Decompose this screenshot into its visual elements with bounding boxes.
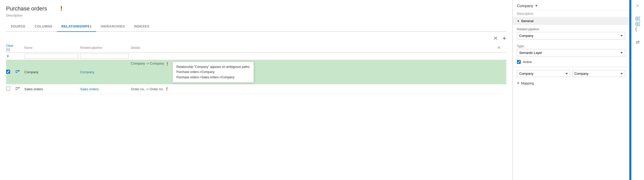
- right-panel-description: Description: [513, 10, 629, 17]
- relationship-icon: [15, 69, 21, 74]
- active-label: Active: [523, 60, 532, 64]
- type-select[interactable]: Semantic Layer: [517, 49, 625, 56]
- sidebar-chevron-icon[interactable]: >: [635, 2, 640, 10]
- pipeline-filter-input[interactable]: [80, 54, 129, 59]
- tab-relationships-warning: !: [90, 24, 92, 29]
- row-company-checkbox[interactable]: [6, 70, 10, 74]
- filter-row: ▼: [6, 53, 506, 60]
- row-company-details: Company -> Company: [131, 62, 164, 65]
- field-related-pipeline: Related pipeline: Company: [513, 25, 629, 42]
- name-filter-input[interactable]: [24, 54, 78, 59]
- add-mapping-row[interactable]: + Mapping: [513, 79, 629, 87]
- col-name-header: Name: [24, 46, 32, 50]
- right-panel-header: Company ▼: [513, 0, 629, 10]
- add-mapping-icon: +: [517, 81, 520, 86]
- table-toolbar: ✕ +: [6, 32, 506, 44]
- sidebar-switch-icon[interactable]: ⇄: [634, 38, 641, 47]
- row-sales-pipeline[interactable]: Sales orders: [80, 87, 99, 91]
- active-row: Active: [513, 59, 629, 66]
- tab-hierarchies[interactable]: HIERARCHIES: [96, 22, 129, 32]
- add-icon[interactable]: +: [502, 34, 506, 42]
- tooltip-line-2: Purchase orders->Sales orders->Company: [176, 75, 250, 80]
- tab-indexes[interactable]: INDEXES: [129, 22, 154, 32]
- row-sales-name: Sales orders: [24, 87, 43, 91]
- row-company-name: Company: [24, 70, 39, 74]
- filter-icon: ▼: [6, 54, 10, 58]
- row-sales-details: Order no. -> Order no.: [131, 87, 164, 91]
- tooltip-title: Relationship "Company" appears on ambigu…: [176, 64, 250, 69]
- relationship-icon: [15, 86, 21, 92]
- related-pipeline-label: Related pipeline:: [517, 27, 625, 31]
- table-header: Clear (1) Name Related pipeline Details …: [6, 44, 506, 53]
- type-label: Type:: [517, 44, 625, 48]
- tab-columns[interactable]: COLUMNS: [30, 22, 57, 32]
- right-panel-title: Company: [517, 4, 533, 8]
- add-mapping-label: Mapping: [521, 81, 534, 85]
- table-row: Company Company Company -> Company ! Rel…: [6, 60, 506, 84]
- tooltip-ambiguous: Relationship "Company" appears on ambigu…: [172, 62, 254, 83]
- row-company-pipeline[interactable]: Company: [80, 70, 94, 74]
- far-right-sidebar: > ((((((( ⇄: [631, 0, 644, 180]
- clear-selection-link[interactable]: Clear (1): [6, 44, 13, 51]
- active-checkbox[interactable]: [517, 60, 521, 64]
- tooltip-line-1: Purchase orders->Company: [176, 69, 250, 74]
- tab-source[interactable]: SOURCE: [6, 22, 30, 32]
- page-title: Purchase orders: [6, 5, 47, 12]
- col-pipeline-header: Related pipeline: [80, 46, 102, 50]
- table-row: Sales orders Sales orders Order no. -> O…: [6, 84, 506, 94]
- mapping-select-left[interactable]: Company: [517, 70, 570, 77]
- svg-line-1: [16, 87, 20, 90]
- relationships-table: Clear (1) Name Related pipeline Details …: [6, 44, 506, 180]
- svg-line-0: [16, 70, 20, 73]
- page-warning-icon: !: [60, 5, 62, 12]
- col-details-header: Details: [131, 46, 140, 50]
- field-type: Type: Semantic Layer: [513, 42, 629, 59]
- table-close-icon[interactable]: ✕: [497, 46, 500, 50]
- tab-relationships[interactable]: RELATIONSHIPS!: [57, 22, 96, 32]
- row-sales-warning-icon: !: [166, 86, 168, 92]
- mapping-dropdowns: Company Company: [513, 68, 629, 79]
- page-description: Description: [6, 13, 506, 17]
- delete-icon[interactable]: ✕: [493, 35, 498, 42]
- row-company-warning-icon: !: [166, 62, 168, 67]
- related-pipeline-select[interactable]: Company: [517, 32, 625, 39]
- section-arrow-icon: ▼: [517, 20, 520, 23]
- right-panel: Company ▼ Description ▼ General Related …: [513, 0, 629, 180]
- mapping-select-right[interactable]: Company: [572, 70, 625, 77]
- sidebar-waves-icon[interactable]: (((((((: [634, 14, 641, 33]
- tab-bar: SOURCE COLUMNS RELATIONSHIPS! HIERARCHIE…: [6, 22, 506, 32]
- section-general-label: General: [521, 19, 533, 23]
- right-panel-title-dropdown[interactable]: ▼: [535, 4, 538, 8]
- section-general-header: ▼ General: [513, 17, 629, 25]
- row-sales-checkbox[interactable]: [6, 87, 10, 91]
